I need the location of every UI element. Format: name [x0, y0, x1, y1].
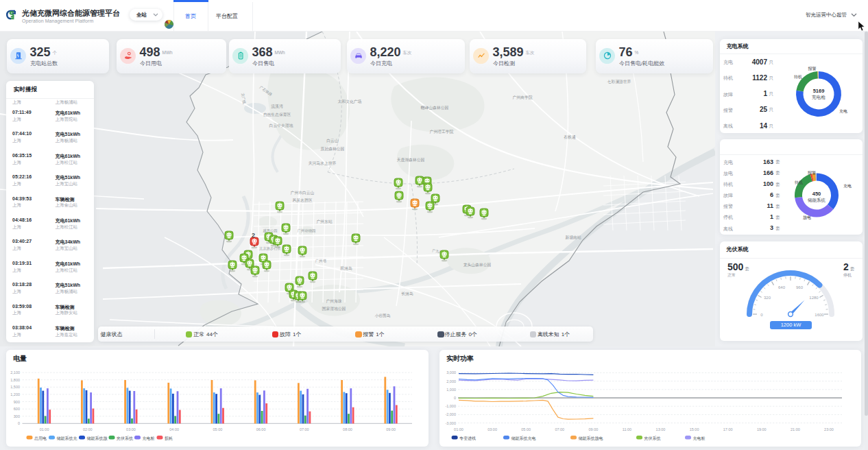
svg-text:08:00: 08:00: [343, 427, 352, 431]
svg-text:储能系统放电: 储能系统放电: [579, 436, 603, 441]
svg-text:1280: 1280: [809, 296, 819, 300]
svg-text:流溪湾: 流溪湾: [271, 104, 283, 109]
svg-text:广州市白云山: 广州市白云山: [291, 191, 315, 196]
svg-text:专变进线: 专变进线: [459, 436, 476, 441]
svg-text:储能系统充电: 储能系统充电: [511, 436, 536, 441]
svg-text:320: 320: [764, 296, 771, 300]
svg-text:长洲岛: 长洲岛: [401, 292, 413, 296]
svg-text:小谷围岛: 小谷围岛: [374, 313, 390, 318]
svg-text:储能系统: 储能系统: [808, 198, 826, 203]
svg-text:3,000: 3,000: [446, 370, 456, 375]
svg-text:1,000: 1,000: [446, 388, 456, 392]
svg-text:01:00: 01:00: [40, 427, 49, 431]
svg-text:21:00: 21:00: [791, 427, 800, 431]
svg-text:300: 300: [14, 414, 20, 418]
svg-text:11:00: 11:00: [623, 427, 631, 431]
svg-text:2,000: 2,000: [446, 379, 456, 383]
svg-text:充电: 充电: [843, 184, 852, 189]
svg-text:1,800: 1,800: [10, 378, 20, 382]
svg-text:广州商学院: 广州商学院: [513, 95, 533, 100]
svg-text:05:00: 05:00: [521, 427, 531, 431]
svg-text:13:00: 13:00: [656, 427, 666, 431]
svg-text:报警: 报警: [807, 170, 816, 176]
svg-text:04:00: 04:00: [169, 427, 179, 431]
svg-text:15:00: 15:00: [690, 427, 699, 431]
svg-text:风景名胜区: 风景名胜区: [293, 198, 313, 203]
svg-text:1,200: 1,200: [10, 392, 20, 396]
svg-text:-2,000: -2,000: [445, 412, 456, 416]
svg-text:17:00: 17:00: [723, 427, 733, 431]
svg-text:光伏系统: 光伏系统: [644, 436, 662, 441]
svg-text:白云山: 白云山: [326, 139, 339, 143]
svg-text:天鹿湖森林公园: 天鹿湖森林公园: [397, 157, 425, 163]
svg-text:国家湿地公园: 国家湿地公园: [322, 306, 346, 311]
svg-text:充电桩: 充电桩: [143, 436, 155, 441]
svg-text:600: 600: [14, 407, 20, 411]
svg-text:09:00: 09:00: [589, 427, 599, 431]
svg-text:充电枪: 充电枪: [812, 95, 826, 100]
svg-text:广州塔: 广州塔: [315, 259, 327, 263]
svg-text:-3,000: -3,000: [445, 421, 456, 425]
svg-text:450: 450: [812, 191, 821, 197]
svg-text:总用电: 总用电: [34, 436, 47, 441]
svg-text:报警: 报警: [808, 66, 817, 71]
svg-text:天河马水上世界: 天河马水上世界: [309, 161, 337, 166]
svg-text:0: 0: [760, 313, 763, 317]
svg-text:广州理工学院: 广州理工学院: [430, 129, 454, 134]
svg-text:03:00: 03:00: [487, 427, 497, 431]
svg-text:2,100: 2,100: [10, 370, 20, 375]
svg-text:原始森林公园: 原始森林公园: [321, 146, 345, 152]
svg-text:960: 960: [796, 285, 804, 289]
svg-text:06:00: 06:00: [256, 427, 266, 431]
svg-text:光伏系统: 光伏系统: [116, 436, 134, 441]
svg-text:石铁通: 石铁通: [563, 134, 576, 140]
svg-text:1600: 1600: [815, 313, 824, 317]
svg-text:充电桩: 充电桩: [693, 436, 706, 441]
svg-text:待机: 待机: [795, 180, 803, 185]
svg-text:19:00: 19:00: [757, 427, 767, 431]
svg-text:琶洲岛: 琶洲岛: [340, 266, 352, 271]
svg-text:-1,000: -1,000: [445, 404, 456, 408]
svg-text:帽峰山森林公园: 帽峰山森林公园: [421, 105, 449, 110]
svg-text:待机: 待机: [794, 75, 802, 80]
svg-text:放电: 放电: [803, 215, 811, 220]
svg-text:1,500: 1,500: [10, 385, 20, 389]
svg-text:07:00: 07:00: [555, 427, 564, 431]
svg-text:640: 640: [778, 285, 786, 289]
svg-text:广州东站: 广州东站: [316, 220, 332, 224]
svg-text:七彩澜游世界: 七彩澜游世界: [607, 79, 631, 84]
svg-text:0: 0: [454, 396, 456, 400]
svg-text:自然生态保育区: 自然生态保育区: [263, 112, 291, 117]
svg-text:03:00: 03:00: [126, 427, 136, 431]
svg-text:广州海珠: 广州海珠: [326, 299, 341, 304]
svg-text:损耗: 损耗: [165, 436, 173, 441]
svg-text:广州动物园: 广州动物园: [297, 228, 315, 233]
svg-text:白云中央湿地: 白云中央湿地: [269, 123, 293, 128]
svg-text:储能系统放: 储能系统放: [87, 436, 108, 441]
svg-text:太和文化广场: 太和文化广场: [338, 99, 362, 104]
svg-text:0: 0: [18, 421, 20, 425]
svg-text:龙头山森林公园: 龙头山森林公园: [463, 263, 492, 268]
svg-text:07:00: 07:00: [300, 427, 309, 431]
svg-text:新塘南站: 新塘南站: [565, 235, 581, 240]
svg-text:900: 900: [14, 400, 20, 404]
svg-text:2: 2: [252, 232, 255, 239]
svg-text:02:00: 02:00: [83, 427, 93, 431]
svg-text:储能系统充: 储能系统充: [57, 436, 77, 441]
svg-text:23:00: 23:00: [824, 427, 834, 431]
svg-text:充电: 充电: [839, 109, 847, 114]
svg-text:5169: 5169: [813, 88, 825, 94]
svg-text:09:00: 09:00: [386, 427, 396, 431]
svg-text:05:00: 05:00: [213, 427, 223, 431]
svg-text:01:00: 01:00: [454, 427, 463, 431]
